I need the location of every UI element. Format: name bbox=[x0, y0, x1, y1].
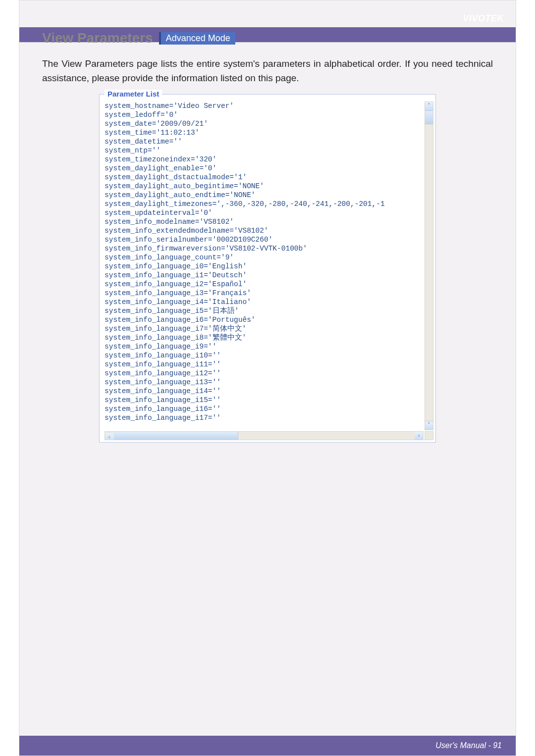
horizontal-scroll-thumb[interactable] bbox=[114, 432, 238, 440]
scroll-right-button[interactable]: › bbox=[415, 432, 423, 440]
scrollbar-corner bbox=[425, 431, 433, 440]
horizontal-scrollbar[interactable]: ‹ › bbox=[105, 431, 424, 440]
parameter-panel: Parameter List system_hostname='Video Se… bbox=[99, 94, 436, 443]
intro-paragraph: The View Parameters page lists the entir… bbox=[42, 57, 493, 85]
document-page: VIVOTEK View Parameters Advanced Mode Th… bbox=[19, 0, 516, 756]
parameter-text[interactable]: system_hostname='Video Server' system_le… bbox=[105, 101, 424, 430]
scroll-down-button[interactable]: ˅ bbox=[425, 421, 433, 430]
parameter-fieldset: Parameter List system_hostname='Video Se… bbox=[99, 94, 436, 443]
scroll-left-button[interactable]: ‹ bbox=[105, 433, 113, 440]
title-row: View Parameters Advanced Mode bbox=[42, 30, 493, 46]
page-footer: User's Manual - 91 bbox=[19, 736, 516, 756]
chevron-up-icon: ˄ bbox=[428, 102, 430, 108]
chevron-down-icon: ˅ bbox=[428, 422, 430, 428]
advanced-mode-badge: Advanced Mode bbox=[159, 32, 235, 45]
chevron-right-icon: › bbox=[418, 432, 420, 438]
scroll-up-button[interactable]: ˄ bbox=[425, 102, 433, 111]
content-area: View Parameters Advanced Mode The View P… bbox=[19, 0, 516, 443]
page-title: View Parameters bbox=[42, 30, 153, 46]
parameter-legend: Parameter List bbox=[105, 90, 162, 98]
vertical-scroll-thumb[interactable] bbox=[425, 111, 433, 124]
vertical-scrollbar[interactable]: ˄ ˅ bbox=[425, 101, 433, 430]
parameter-scroll-area: system_hostname='Video Server' system_le… bbox=[105, 101, 433, 440]
chevron-left-icon: ‹ bbox=[108, 434, 110, 440]
